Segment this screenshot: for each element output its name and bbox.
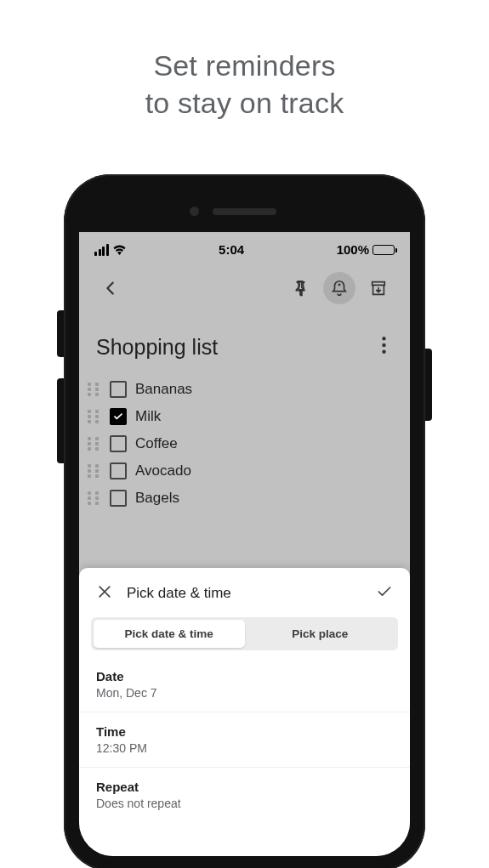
sheet-title: Pick date & time [127,585,376,602]
checkbox[interactable] [110,435,127,452]
tab-place[interactable]: Pick place [245,620,396,648]
checkbox[interactable] [110,490,127,507]
reminder-sheet: Pick date & time Pick date & time Pick p… [79,568,410,856]
repeat-value: Does not repeat [96,797,393,810]
date-label: Date [96,669,393,684]
drag-handle-icon[interactable] [88,410,101,423]
checkbox[interactable] [110,381,127,398]
wifi-icon [112,244,127,255]
segmented-control: Pick date & time Pick place [91,617,398,650]
pin-button[interactable] [284,272,316,304]
item-text[interactable]: Coffee [135,435,178,452]
phone-frame: 5:04 100% [64,174,425,868]
promo-headline: Set reminders to stay on track [0,47,489,122]
list-item[interactable]: Bananas [88,376,401,403]
back-button[interactable] [94,272,127,304]
item-text[interactable]: Avocado [135,462,191,479]
list-item[interactable]: Avocado [88,457,401,485]
archive-button[interactable] [362,272,395,304]
item-text[interactable]: Milk [135,408,161,425]
drag-handle-icon[interactable] [88,491,101,505]
battery-percent: 100% [337,242,369,257]
list-item[interactable]: Coffee [88,430,401,457]
promo-line1: Set reminders [0,47,489,84]
time-field[interactable]: Time 12:30 PM [79,712,410,768]
tab-date-time[interactable]: Pick date & time [94,620,245,648]
reminder-button[interactable] [323,272,355,304]
promo-line2: to stay on track [0,84,489,122]
signal-icon [94,244,109,256]
status-time: 5:04 [219,242,244,257]
time-value: 12:30 PM [96,741,393,755]
battery-icon [372,245,395,255]
more-options-button[interactable] [375,330,393,364]
date-field[interactable]: Date Mon, Dec 7 [79,657,410,712]
note-title[interactable]: Shopping list [96,335,218,360]
item-text[interactable]: Bananas [135,381,192,398]
confirm-button[interactable] [376,583,393,604]
checkbox[interactable] [110,462,127,479]
svg-point-1 [382,343,385,347]
svg-point-0 [382,337,385,340]
status-bar: 5:04 100% [79,232,410,264]
drag-handle-icon[interactable] [88,437,101,451]
checkbox[interactable] [110,408,127,425]
date-value: Mon, Dec 7 [96,686,393,700]
drag-handle-icon[interactable] [88,383,101,396]
time-label: Time [96,724,393,739]
svg-point-2 [382,350,385,354]
close-button[interactable] [96,583,113,604]
list-item[interactable]: Milk [88,403,401,430]
checklist: BananasMilkCoffeeAvocadoBagels [79,372,410,512]
item-text[interactable]: Bagels [135,490,179,507]
drag-handle-icon[interactable] [88,464,101,478]
repeat-label: Repeat [96,780,393,794]
repeat-field[interactable]: Repeat Does not repeat [79,768,410,822]
list-item[interactable]: Bagels [88,485,401,512]
